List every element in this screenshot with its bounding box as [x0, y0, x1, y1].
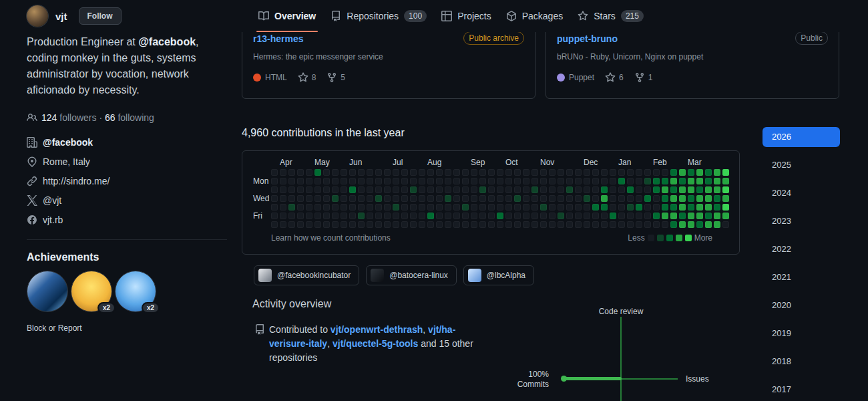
contribution-cell[interactable] — [636, 186, 642, 193]
contribution-cell[interactable] — [722, 186, 729, 193]
contribution-cell[interactable] — [653, 186, 660, 193]
contribution-cell[interactable] — [479, 221, 486, 228]
contribution-cell[interactable] — [575, 213, 582, 219]
contribution-cell[interactable] — [575, 204, 582, 211]
contribution-cell[interactable] — [705, 195, 712, 202]
contribution-cell[interactable] — [696, 204, 703, 211]
contribution-cell[interactable] — [323, 213, 330, 219]
contribution-cell[interactable] — [688, 195, 694, 202]
contribution-cell[interactable] — [323, 169, 330, 176]
contribution-cell[interactable] — [297, 213, 304, 219]
contribution-cell[interactable] — [610, 195, 616, 202]
contribution-cell[interactable] — [271, 213, 278, 219]
contribution-cell[interactable] — [670, 178, 677, 184]
year-2026[interactable]: 2026 — [763, 127, 840, 147]
year-2019[interactable]: 2019 — [763, 323, 840, 344]
contribution-cell[interactable] — [531, 186, 538, 193]
contribution-cell[interactable] — [349, 213, 356, 219]
contribution-cell[interactable] — [549, 178, 556, 184]
year-2017[interactable]: 2017 — [763, 380, 840, 400]
contribution-cell[interactable] — [479, 186, 486, 193]
contribution-cell[interactable] — [349, 169, 356, 176]
contribution-cell[interactable] — [297, 169, 304, 176]
contribution-cell[interactable] — [549, 204, 556, 211]
contribution-cell[interactable] — [384, 186, 391, 193]
contribution-cell[interactable] — [445, 186, 451, 193]
contribution-cell[interactable] — [393, 169, 399, 176]
contribution-cell[interactable] — [523, 178, 529, 184]
contribution-cell[interactable] — [705, 221, 712, 228]
contribution-cell[interactable] — [280, 169, 286, 176]
contribution-cell[interactable] — [688, 169, 694, 176]
contribution-cell[interactable] — [306, 221, 312, 228]
contribution-cell[interactable] — [488, 195, 495, 202]
contribution-cell[interactable] — [436, 178, 443, 184]
contribution-cell[interactable] — [722, 178, 729, 184]
follow-button[interactable]: Follow — [79, 7, 122, 25]
block-or-report-link[interactable]: Block or Report — [27, 323, 228, 333]
contribution-cell[interactable] — [653, 204, 660, 211]
contribution-cell[interactable] — [610, 169, 616, 176]
contribution-cell[interactable] — [679, 195, 686, 202]
contribution-cell[interactable] — [271, 178, 278, 184]
contribution-cell[interactable] — [688, 204, 694, 211]
contribution-cell[interactable] — [367, 204, 373, 211]
contribution-cell[interactable] — [523, 169, 529, 176]
contribution-cell[interactable] — [358, 178, 365, 184]
contribution-cell[interactable] — [314, 213, 321, 219]
contribution-cell[interactable] — [445, 221, 451, 228]
contribution-cell[interactable] — [644, 213, 651, 219]
contribution-cell[interactable] — [497, 186, 503, 193]
contribution-cell[interactable] — [679, 178, 686, 184]
contribution-cell[interactable] — [531, 213, 538, 219]
contribution-cell[interactable] — [419, 204, 425, 211]
contribution-cell[interactable] — [618, 169, 625, 176]
contribution-cell[interactable] — [341, 195, 347, 202]
contribution-cell[interactable] — [688, 178, 694, 184]
contribution-cell[interactable] — [531, 221, 538, 228]
contribution-cell[interactable] — [662, 195, 668, 202]
contribution-cell[interactable] — [705, 204, 712, 211]
contribution-cell[interactable] — [375, 178, 382, 184]
contribution-cell[interactable] — [453, 169, 460, 176]
contribution-cell[interactable] — [636, 169, 642, 176]
contribution-cell[interactable] — [462, 186, 469, 193]
contribution-cell[interactable] — [393, 186, 399, 193]
contribution-cell[interactable] — [462, 169, 469, 176]
contribution-cell[interactable] — [644, 178, 651, 184]
contribution-cell[interactable] — [644, 169, 651, 176]
contribution-cell[interactable] — [393, 204, 399, 211]
contribution-cell[interactable] — [306, 195, 312, 202]
contribution-cell[interactable] — [505, 178, 512, 184]
contribution-cell[interactable] — [488, 178, 495, 184]
contribution-cell[interactable] — [453, 213, 460, 219]
contribution-cell[interactable] — [306, 186, 312, 193]
contribution-cell[interactable] — [540, 186, 547, 193]
contribution-cell[interactable] — [410, 169, 417, 176]
contribution-cell[interactable] — [462, 195, 469, 202]
contribution-cell[interactable] — [271, 169, 278, 176]
repo-name-link[interactable]: puppet-bruno — [557, 33, 618, 44]
contribution-cell[interactable] — [367, 213, 373, 219]
contribution-cell[interactable] — [323, 186, 330, 193]
year-2020[interactable]: 2020 — [763, 295, 840, 315]
contribution-cell[interactable] — [297, 186, 304, 193]
contribution-cell[interactable] — [297, 204, 304, 211]
contribution-cell[interactable] — [367, 186, 373, 193]
contribution-cell[interactable] — [358, 204, 365, 211]
contribution-cell[interactable] — [514, 186, 521, 193]
contribution-cell[interactable] — [610, 221, 616, 228]
contribution-cell[interactable] — [479, 213, 486, 219]
contribution-cell[interactable] — [523, 186, 529, 193]
contribution-cell[interactable] — [323, 204, 330, 211]
org-chip-facebookincubator[interactable]: @facebookincubator — [254, 265, 359, 285]
contribution-cell[interactable] — [297, 178, 304, 184]
contribution-cell[interactable] — [627, 186, 634, 193]
contribution-cell[interactable] — [445, 204, 451, 211]
contribution-cell[interactable] — [653, 221, 660, 228]
contribution-cell[interactable] — [453, 195, 460, 202]
contribution-cell[interactable] — [341, 178, 347, 184]
contribution-cell[interactable] — [488, 169, 495, 176]
contribution-cell[interactable] — [410, 195, 417, 202]
contribution-cell[interactable] — [462, 221, 469, 228]
